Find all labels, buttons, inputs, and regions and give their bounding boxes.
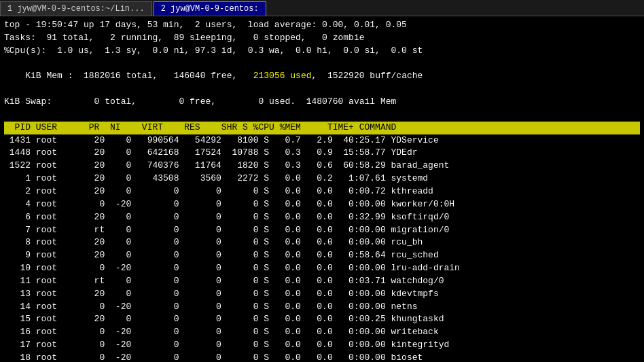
table-row: 15 root 20 0 0 0 0 S 0.0 0.0 0:00.25 khu… [4,313,640,326]
tasks-line: Tasks: 91 total, 2 running, 89 sleeping,… [4,32,640,45]
tab-bar: 1 jyw@VM-0-9-centos:~/Lin... 2 jyw@VM-0-… [0,0,644,16]
table-row: 1 root 20 0 43508 3560 2272 S 0.0 0.2 1:… [4,173,640,185]
mem-line: KiB Mem : 1882016 total, 146040 free, 21… [4,58,640,96]
table-row: 1431 root 20 0 990564 54292 8100 S 0.7 2… [4,134,640,147]
table-row: 4 root 0 -20 0 0 0 S 0.0 0.0 0:00.00 kwo… [4,198,640,211]
table-row: 9 root 20 0 0 0 0 S 0.0 0.0 0:58.64 rcu_… [4,249,640,262]
mem-suffix: , 1522920 buff/cache [312,71,423,81]
table-row: 2 root 20 0 0 0 0 S 0.0 0.0 0:00.72 kthr… [4,185,640,198]
table-row: 6 root 20 0 0 0 0 S 0.0 0.0 0:32.99 ksof… [4,211,640,224]
table-row: 17 root 0 -20 0 0 0 S 0.0 0.0 0:00.00 ki… [4,339,640,352]
table-row: 1448 root 20 0 642168 17524 10788 S 0.3 … [4,147,640,160]
process-list: 1431 root 20 0 990564 54292 8100 S 0.7 2… [4,134,640,362]
table-row: 16 root 0 -20 0 0 0 S 0.0 0.0 0:00.00 wr… [4,326,640,339]
table-row: 10 root 0 -20 0 0 0 S 0.0 0.0 0:00.00 lr… [4,262,640,275]
table-row: 1522 root 20 0 740376 11764 1820 S 0.3 0… [4,160,640,173]
table-row: 14 root 0 -20 0 0 0 S 0.0 0.0 0:00.00 ne… [4,301,640,314]
process-header: PID USER PR NI VIRT RES SHR S %CPU %MEM … [4,122,640,134]
tab-2[interactable]: 2 jyw@VM-0-9-centos: [154,1,266,16]
blank-line [4,109,640,122]
table-row: 8 root 20 0 0 0 0 S 0.0 0.0 0:00.00 rcu_… [4,236,640,249]
mem-prefix: KiB Mem : 1882016 total, 146040 free, [25,71,253,81]
mem-used-value: 213056 used [253,71,312,81]
table-row: 13 root 20 0 0 0 0 S 0.0 0.0 0:00.00 kde… [4,288,640,301]
table-row: 7 root rt 0 0 0 0 S 0.0 0.0 0:00.00 migr… [4,224,640,237]
uptime-line: top - 19:50:47 up 17 days, 53 min, 2 use… [4,19,640,32]
table-row: 18 root 0 -20 0 0 0 S 0.0 0.0 0:00.00 bi… [4,352,640,362]
swap-line: KiB Swap: 0 total, 0 free, 0 used. 14807… [4,96,640,109]
terminal: top - 19:50:47 up 17 days, 53 min, 2 use… [0,16,644,362]
cpu-line: %Cpu(s): 1.0 us, 1.3 sy, 0.0 ni, 97.3 id… [4,45,640,58]
table-row: 11 root rt 0 0 0 0 S 0.0 0.0 0:03.71 wat… [4,275,640,288]
tab-1[interactable]: 1 jyw@VM-0-9-centos:~/Lin... [0,1,152,16]
